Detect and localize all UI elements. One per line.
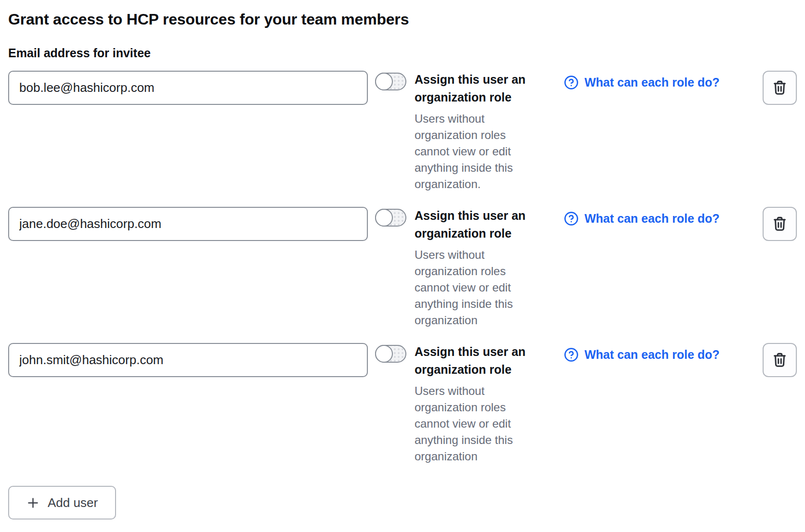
role-info-link-label: What can each role do? [584,76,720,89]
org-role-label: Assign this user an organization role [415,207,541,242]
invite-row: Assign this user an organization role Us… [8,207,797,329]
trash-icon [771,352,788,368]
email-input[interactable] [8,71,368,105]
invite-rows: Assign this user an organization role Us… [8,71,797,465]
question-circle-icon [564,75,579,90]
email-input[interactable] [8,207,368,241]
role-column: Assign this user an organization role Us… [415,71,541,192]
role-info-link-label: What can each role do? [584,212,720,226]
email-invitee-label: Email address for invitee [8,46,797,60]
question-circle-icon [564,347,579,362]
org-role-toggle[interactable] [375,345,406,363]
role-info-link-label: What can each role do? [584,348,720,362]
role-column: Assign this user an organization role Us… [415,207,541,329]
toggle-knob [375,345,393,363]
question-circle-icon [564,211,579,226]
add-user-label: Add user [48,495,98,510]
email-input[interactable] [8,343,368,377]
toggle-knob [375,209,393,227]
role-info-link[interactable]: What can each role do? [564,75,720,90]
org-role-label: Assign this user an organization role [415,71,541,106]
delete-row-button[interactable] [763,71,797,105]
page-title: Grant access to HCP resources for your t… [8,11,797,28]
org-role-helper: Users without organization roles cannot … [415,383,541,465]
trash-icon [771,79,788,96]
invite-row: Assign this user an organization role Us… [8,343,797,465]
plus-icon [26,496,39,509]
trash-icon [771,215,788,232]
role-info-link[interactable]: What can each role do? [564,347,720,362]
add-user-button[interactable]: Add user [8,486,116,519]
org-role-toggle[interactable] [375,73,406,90]
delete-row-button[interactable] [763,207,797,241]
toggle-knob [375,73,393,90]
delete-row-button[interactable] [763,343,797,377]
org-role-toggle[interactable] [375,209,406,227]
role-info-link[interactable]: What can each role do? [564,211,720,226]
invite-row: Assign this user an organization role Us… [8,71,797,192]
org-role-helper: Users without organization roles cannot … [415,247,541,329]
org-role-helper: Users without organization roles cannot … [415,111,541,192]
role-column: Assign this user an organization role Us… [415,343,541,465]
org-role-label: Assign this user an organization role [415,343,541,379]
